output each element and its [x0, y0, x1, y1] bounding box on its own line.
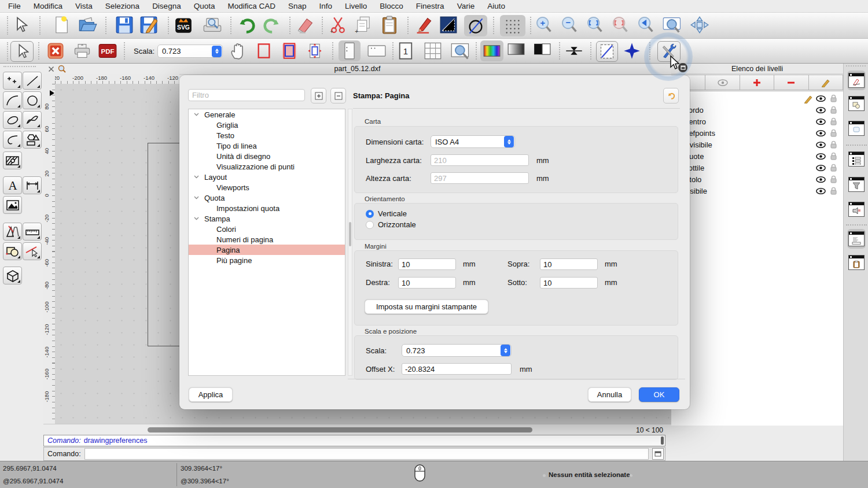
- menu-item[interactable]: Snap: [288, 2, 307, 10]
- tree-item[interactable]: Numeri di pagina: [189, 234, 345, 245]
- toggle-visibility-button[interactable]: [705, 75, 740, 90]
- cut-button[interactable]: +: [329, 16, 347, 34]
- menu-item[interactable]: Aiuto: [487, 2, 505, 10]
- layer-lock-icon[interactable]: [830, 129, 837, 138]
- tree-item[interactable]: Pagina: [189, 245, 345, 255]
- toolbar-drag-handle[interactable]: [7, 42, 9, 61]
- menu-item[interactable]: Quota: [194, 2, 215, 10]
- menu-item[interactable]: Modifica: [34, 2, 62, 10]
- layer-panel-toggle[interactable]: [847, 71, 866, 90]
- line-tools-button[interactable]: [23, 72, 42, 90]
- panel-scrollbar-thumb[interactable]: [349, 222, 351, 246]
- command-input[interactable]: [84, 448, 649, 460]
- margin-input[interactable]: [540, 277, 598, 289]
- menu-item[interactable]: Modifica CAD: [227, 2, 275, 10]
- layer-visibility-icon[interactable]: [816, 94, 826, 103]
- printer-margins-button[interactable]: Imposta su margini stampante: [365, 300, 488, 314]
- panel-scrollbar[interactable]: [348, 109, 352, 376]
- paper-size-combobox[interactable]: ISO A4: [431, 135, 515, 148]
- image-tool-button[interactable]: [3, 196, 22, 214]
- layer-lock-icon[interactable]: [830, 164, 837, 172]
- selection-filter-toggle[interactable]: [847, 175, 866, 194]
- redo-button[interactable]: [262, 16, 281, 34]
- pdf-export-button[interactable]: PDF: [98, 43, 117, 58]
- portrait-button[interactable]: [339, 40, 361, 61]
- menu-item[interactable]: Finestra: [416, 2, 444, 10]
- chevron-down-icon[interactable]: [194, 217, 200, 220]
- margin-input[interactable]: [398, 277, 456, 289]
- zoom-auto-button[interactable]: [586, 16, 604, 34]
- paste-button[interactable]: [381, 16, 398, 34]
- open-file-button[interactable]: [78, 17, 98, 33]
- multi-page-button[interactable]: [424, 42, 442, 60]
- menu-item[interactable]: Livello: [345, 2, 367, 10]
- hatch-tools-button[interactable]: [3, 151, 22, 169]
- command-line-toggle[interactable]: [847, 229, 866, 249]
- edit-layer-button[interactable]: [809, 75, 843, 90]
- layer-visibility-icon[interactable]: [816, 187, 826, 195]
- zoom-to-page-button[interactable]: [450, 42, 471, 60]
- add-layer-button[interactable]: [740, 75, 774, 90]
- layer-lock-icon[interactable]: [830, 94, 837, 103]
- tree-item[interactable]: Griglia: [189, 120, 345, 130]
- remove-layer-button[interactable]: [774, 75, 808, 90]
- tree-item[interactable]: Unità di disegno: [189, 151, 345, 161]
- delete-button[interactable]: [296, 16, 315, 34]
- layer-visibility-icon[interactable]: [816, 117, 826, 126]
- crop-marks-button[interactable]: [623, 42, 641, 60]
- tree-item[interactable]: Impostazioni quota: [189, 203, 345, 213]
- save-as-button[interactable]: [140, 16, 157, 34]
- property-edit-button[interactable]: [414, 16, 433, 34]
- layer-lock-icon[interactable]: [830, 152, 837, 161]
- spline-tools-button[interactable]: [23, 111, 42, 129]
- layer-visibility-icon[interactable]: [816, 106, 826, 114]
- layer-row[interactable]: Titolo: [671, 174, 843, 186]
- page-frame-button[interactable]: [596, 41, 618, 62]
- svg-export-button[interactable]: SVG: [175, 16, 192, 34]
- layer-lock-icon[interactable]: [830, 141, 837, 149]
- scrollbar-thumb[interactable]: [148, 427, 532, 432]
- black-white-button[interactable]: [534, 43, 551, 56]
- radio-icon[interactable]: [366, 210, 374, 218]
- modify-tools-button[interactable]: [3, 242, 22, 260]
- undo-button[interactable]: [237, 16, 257, 34]
- point-tools-button[interactable]: [3, 72, 22, 90]
- property-editor-toggle[interactable]: [847, 149, 866, 169]
- tree-item[interactable]: Visualizzazione di punti: [189, 161, 345, 172]
- library-browser-toggle[interactable]: [847, 199, 866, 219]
- scale-combobox[interactable]: 0.723: [157, 45, 223, 58]
- layer-row[interactable]: 0: [671, 93, 843, 105]
- pointer-select-button[interactable]: [10, 41, 34, 62]
- layer-visibility-icon[interactable]: [816, 129, 826, 138]
- paper-height-field[interactable]: [431, 172, 529, 184]
- layer-visibility-icon[interactable]: [816, 152, 826, 161]
- toolbar-drag-handle[interactable]: [7, 16, 9, 35]
- auto-fit-page-button[interactable]: [307, 43, 323, 59]
- tree-item[interactable]: Generale: [189, 109, 345, 120]
- layer-row[interactable]: Quote: [671, 151, 843, 162]
- zoom-in-button[interactable]: +: [535, 16, 553, 34]
- viewport-panel-toggle[interactable]: [847, 119, 866, 138]
- menu-item[interactable]: File: [8, 2, 21, 10]
- tree-item[interactable]: Tipo di linea: [189, 141, 345, 151]
- bitmap-export-button[interactable]: [203, 16, 222, 34]
- tree-item[interactable]: Stampa: [189, 213, 345, 224]
- restrict-mode-button[interactable]: [464, 15, 487, 36]
- expand-all-button[interactable]: [311, 88, 326, 103]
- menu-item[interactable]: Seleziona: [105, 2, 139, 10]
- measure-tools-button[interactable]: [23, 223, 42, 241]
- print-button[interactable]: [73, 43, 91, 59]
- tree-item[interactable]: Layout: [189, 172, 345, 182]
- layer-lock-icon[interactable]: [830, 187, 837, 195]
- horizontal-scrollbar[interactable]: 10 < 100: [43, 424, 671, 435]
- layer-row[interactable]: Defpoints: [671, 128, 843, 139]
- landscape-button[interactable]: [366, 40, 388, 61]
- layer-lock-icon[interactable]: [830, 117, 837, 126]
- menu-item[interactable]: Disegna: [152, 2, 181, 10]
- solid-tools-button[interactable]: [3, 267, 22, 284]
- menu-item[interactable]: Blocco: [380, 2, 403, 10]
- layer-row[interactable]: Visibile: [671, 186, 843, 197]
- ok-button[interactable]: OK: [639, 387, 679, 402]
- cancel-button[interactable]: Annulla: [588, 387, 631, 402]
- menu-item[interactable]: Vista: [75, 2, 93, 10]
